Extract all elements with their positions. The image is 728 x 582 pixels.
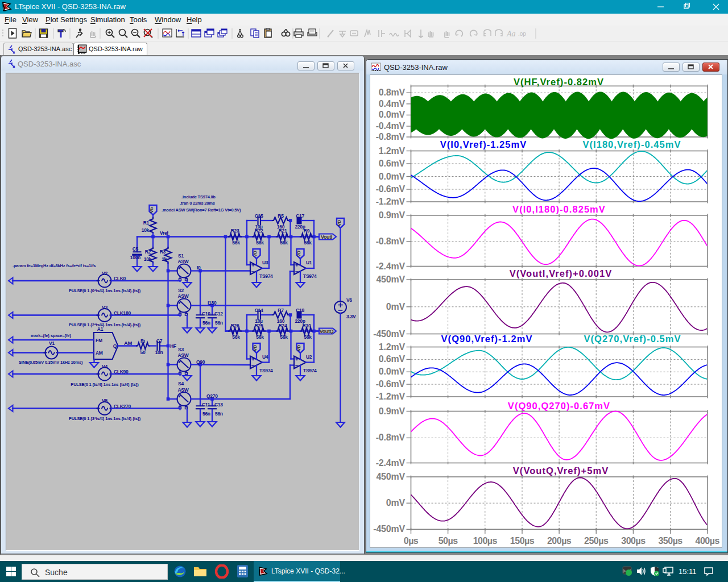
svg-text:V(I0,Vref)-1.25mV: V(I0,Vref)-1.25mV xyxy=(440,139,527,149)
svg-text:V2: V2 xyxy=(102,271,107,276)
svg-text:-0.4mV: -0.4mV xyxy=(376,121,406,131)
svg-text:V(HF,Vref)-0.82mV: V(HF,Vref)-0.82mV xyxy=(514,77,604,87)
svg-text:0.9mV: 0.9mV xyxy=(379,406,406,416)
svg-text:0.4mV: 0.4mV xyxy=(379,99,406,109)
svg-text:-1.2mV: -1.2mV xyxy=(376,197,406,206)
svg-text:C12: C12 xyxy=(214,311,223,317)
svg-text:-0.6mV: -0.6mV xyxy=(376,184,406,194)
svg-text:C13: C13 xyxy=(214,402,223,408)
svg-text:400µs: 400µs xyxy=(696,536,720,546)
svg-text:ASW: ASW xyxy=(178,293,189,299)
svg-text:CLK90: CLK90 xyxy=(114,369,129,375)
svg-text:Aa: Aa xyxy=(506,30,516,38)
svg-text:10µ: 10µ xyxy=(255,224,263,230)
svg-text:-450mV: -450mV xyxy=(373,329,405,339)
svg-text:VD: VD xyxy=(296,251,301,257)
svg-text:S1: S1 xyxy=(178,253,184,259)
svg-text:250µs: 250µs xyxy=(584,536,609,546)
svg-text:TS974: TS974 xyxy=(259,368,273,373)
svg-text:VoutI: VoutI xyxy=(321,234,332,240)
svg-text:V(Q90,Vref)-1.2mV: V(Q90,Vref)-1.2mV xyxy=(441,334,533,344)
svg-text:10n: 10n xyxy=(155,350,163,355)
svg-text:.tran 0 22ms 20ms: .tran 0 22ms 20ms xyxy=(180,201,215,206)
svg-text:350µs: 350µs xyxy=(658,536,682,546)
svg-text:mark={fe} space={fe}: mark={fe} space={fe} xyxy=(31,333,71,338)
svg-text:56k: 56k xyxy=(280,334,288,340)
svg-text:Vb: Vb xyxy=(149,207,154,213)
svg-text:Q90: Q90 xyxy=(196,359,205,365)
svg-text:U3: U3 xyxy=(262,260,268,265)
svg-text:VD: VD xyxy=(296,345,301,351)
svg-text:V4: V4 xyxy=(102,364,107,369)
svg-text:56n: 56n xyxy=(215,320,223,326)
svg-text:56k: 56k xyxy=(256,334,264,340)
svg-text:C14: C14 xyxy=(255,307,263,313)
svg-text:-1.2mV: -1.2mV xyxy=(376,392,406,401)
svg-text:V(Q90,Q270)-0.67mV: V(Q90,Q270)-0.67mV xyxy=(508,401,610,411)
svg-text:S2: S2 xyxy=(178,288,184,293)
svg-text:10µ: 10µ xyxy=(255,318,263,324)
svg-text:56n: 56n xyxy=(215,411,223,417)
svg-text:Q270: Q270 xyxy=(206,393,218,399)
svg-text:V(Q270,Vref)-0.5mV: V(Q270,Vref)-0.5mV xyxy=(584,334,681,344)
svg-text:R5: R5 xyxy=(278,213,284,219)
svg-text:PULSE(0 1 {0*ts/4} 1ns 1ns {ts: PULSE(0 1 {0*ts/4} 1ns 1ns {ts/4} {ts}) xyxy=(69,288,141,293)
svg-text:-2.4mV: -2.4mV xyxy=(376,458,406,468)
svg-text:-0.8mV: -0.8mV xyxy=(376,236,406,246)
svg-text:56k: 56k xyxy=(304,334,312,340)
svg-text:56n: 56n xyxy=(202,411,210,417)
svg-text:56k: 56k xyxy=(304,240,312,246)
svg-text:V(VoutI,Vref)+0.001V: V(VoutI,Vref)+0.001V xyxy=(510,268,613,278)
svg-text:-0.8mV: -0.8mV xyxy=(376,132,406,142)
svg-text:100µs: 100µs xyxy=(473,536,498,546)
svg-text:V3: V3 xyxy=(102,305,107,310)
svg-text:300µs: 300µs xyxy=(621,536,646,546)
svg-text:V1: V1 xyxy=(49,340,55,346)
svg-text:VD: VD xyxy=(337,220,342,226)
svg-text:3.3V: 3.3V xyxy=(346,314,356,319)
svg-text:S4: S4 xyxy=(178,381,184,386)
svg-text:FM: FM xyxy=(96,338,102,343)
svg-text:0µs: 0µs xyxy=(404,536,419,546)
svg-text:V6: V6 xyxy=(346,297,352,303)
svg-text:Vref: Vref xyxy=(160,230,168,236)
svg-text:0.8mV: 0.8mV xyxy=(379,88,406,97)
svg-text:A1: A1 xyxy=(97,326,104,332)
svg-text:.op: .op xyxy=(518,31,526,37)
svg-text:C7: C7 xyxy=(156,338,163,344)
svg-text:PULSE(0 1 {3*ts/4} 1ns 1ns {ts: PULSE(0 1 {3*ts/4} 1ns 1ns {ts/4} {ts}) xyxy=(69,416,141,421)
svg-text:50: 50 xyxy=(140,350,146,355)
svg-text:56k: 56k xyxy=(280,240,288,246)
svg-text:C17: C17 xyxy=(296,213,304,219)
svg-text:10k: 10k xyxy=(142,227,150,233)
svg-text:HF: HF xyxy=(170,343,176,349)
svg-text:1.2mV: 1.2mV xyxy=(379,146,406,156)
svg-text:-2.4mV: -2.4mV xyxy=(376,261,406,271)
svg-text:56k: 56k xyxy=(256,240,264,246)
svg-text:0.0mV: 0.0mV xyxy=(379,172,406,181)
svg-text:R3: R3 xyxy=(160,249,166,255)
svg-text:.include TS974.lib: .include TS974.lib xyxy=(181,194,216,199)
svg-text:AM: AM xyxy=(96,350,103,356)
svg-text:0mV: 0mV xyxy=(386,498,406,508)
svg-text:160: 160 xyxy=(277,318,285,324)
svg-text:0.6mV: 0.6mV xyxy=(379,354,406,364)
svg-text:R23: R23 xyxy=(231,228,239,234)
svg-text:50µs: 50µs xyxy=(439,536,458,546)
svg-text:.param fe=1MegHz df=8kHz fs=fe: .param fe=1MegHz df=8kHz fs=fe+df ts=1/f… xyxy=(13,263,96,268)
svg-text:56k: 56k xyxy=(232,240,240,246)
svg-text:C5: C5 xyxy=(133,246,139,252)
svg-text:R26: R26 xyxy=(231,323,239,329)
svg-text:450mV: 450mV xyxy=(376,275,405,284)
svg-text:R2: R2 xyxy=(145,249,151,255)
svg-text:TS974: TS974 xyxy=(259,273,273,279)
svg-text:CLK180: CLK180 xyxy=(114,310,131,316)
svg-text:56k: 56k xyxy=(232,334,240,340)
svg-text:V5: V5 xyxy=(102,398,107,404)
svg-text:0.6mV: 0.6mV xyxy=(379,159,406,168)
svg-text:-0.6mV: -0.6mV xyxy=(376,379,406,389)
svg-text:V(I180,Vref)-0.45mV: V(I180,Vref)-0.45mV xyxy=(582,139,681,149)
svg-text:10k: 10k xyxy=(144,256,152,262)
svg-text:C18: C18 xyxy=(296,307,304,313)
svg-text:220p: 220p xyxy=(295,224,305,230)
